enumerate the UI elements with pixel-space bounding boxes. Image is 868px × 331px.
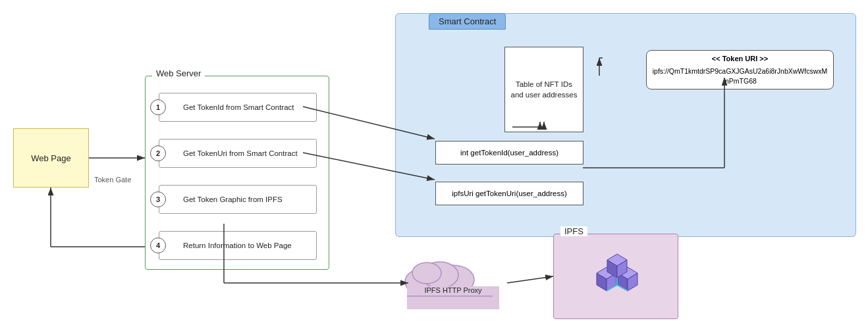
ipfs-cube-svg [587, 253, 646, 305]
web-page-label: Web Page [31, 153, 70, 163]
web-page-box: Web Page [13, 128, 89, 188]
svg-line-32 [507, 276, 553, 283]
step-3-circle: 3 [150, 191, 166, 207]
ipfs-proxy-cloud: IPFS HTTP Proxy [400, 250, 506, 309]
get-token-uri-text: ipfsUri getTokenUri(user_address) [452, 190, 566, 197]
nft-table-box: Table of NFT IDs and user addresses [504, 47, 583, 132]
svg-point-16 [412, 263, 441, 284]
web-server-region: Web Server 1 Get TokenId from Smart Cont… [145, 76, 329, 270]
get-token-id-box: int getTokenId(user_address) [435, 141, 583, 165]
smart-contract-label: Smart Contract [429, 13, 506, 30]
token-uri-value: ipfs://QmT1kmtdrSP9caGXJGAsU2a6i8rJnbXwW… [651, 66, 829, 86]
step-1-label: Get TokenId from Smart Contract [183, 103, 294, 111]
token-uri-content: << Token URI >> ipfs://QmT1kmtdrSP9caGXJ… [651, 54, 829, 86]
step-4-label: Return Information to Web Page [183, 242, 292, 249]
step-2-label: Get TokenUri from Smart Contract [183, 149, 298, 157]
svg-text:IPFS HTTP Proxy: IPFS HTTP Proxy [424, 286, 482, 294]
step-4-box: 4 Return Information to Web Page [159, 231, 317, 260]
token-uri-label: << Token URI >> [651, 54, 829, 64]
step-3-label: Get Token Graphic from IPFS [183, 195, 283, 203]
token-gate-label: Token Gate [94, 176, 131, 184]
web-server-label: Web Server [152, 68, 205, 78]
ipfs-label: IPFS [560, 226, 587, 236]
ipfs-icon [580, 251, 653, 307]
step-3-box: 3 Get Token Graphic from IPFS [159, 185, 317, 214]
get-token-id-text: int getTokenId(user_address) [460, 149, 558, 157]
step-2-circle: 2 [150, 145, 166, 161]
step-1-circle: 1 [150, 99, 166, 115]
token-uri-box: << Token URI >> ipfs://QmT1kmtdrSP9caGXJ… [646, 50, 834, 89]
diagram: Smart Contract Table of NFT IDs and user… [0, 0, 868, 331]
step-1-box: 1 Get TokenId from Smart Contract [159, 93, 317, 122]
step-2-box: 2 Get TokenUri from Smart Contract [159, 139, 317, 168]
get-token-uri-box: ipfsUri getTokenUri(user_address) [435, 182, 583, 205]
nft-table-text: Table of NFT IDs and user addresses [505, 47, 583, 132]
smart-contract-region: Smart Contract Table of NFT IDs and user… [395, 13, 856, 237]
step-4-circle: 4 [150, 238, 166, 253]
ipfs-region: IPFS [553, 234, 678, 319]
